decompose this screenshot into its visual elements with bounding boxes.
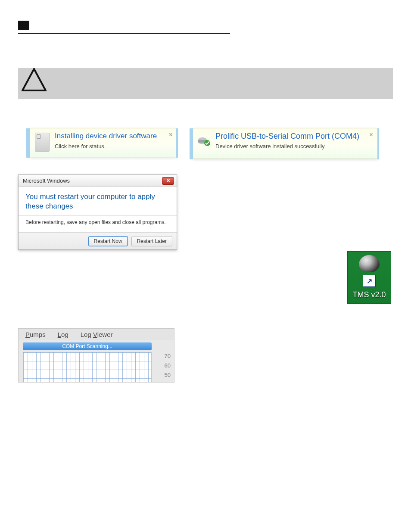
menu-item-pumps[interactable]: Pumps xyxy=(25,331,46,338)
dialog-button-bar: Restart Now Restart Later xyxy=(19,232,177,249)
tms-app-window: Pumps Log Log Viewer COM Port Scanning..… xyxy=(18,328,174,383)
menu-item-log-rest: og xyxy=(61,331,68,338)
caution-triangle-icon xyxy=(22,68,47,91)
dialog-note: Before restarting, save any open files a… xyxy=(25,219,170,225)
notification-subtitle: Click here for status. xyxy=(55,143,106,149)
notification-accent-left xyxy=(26,128,30,158)
ytick-50: 50 xyxy=(165,372,171,378)
dialog-close-button[interactable]: ✕ xyxy=(162,177,174,185)
close-icon[interactable]: × xyxy=(169,131,173,139)
menu-item-logviewer[interactable]: Log Viewer xyxy=(81,331,113,338)
restart-later-button[interactable]: Restart Later xyxy=(131,236,172,246)
desktop-shortcut-tms[interactable]: TMS v2.0 xyxy=(347,251,391,304)
ytick-70: 70 xyxy=(165,353,171,359)
ytick-60: 60 xyxy=(165,362,171,369)
menu-item-logviewer-pre: Log xyxy=(81,331,93,338)
com-scan-status: COM Port Scanning... xyxy=(23,342,152,350)
menu-item-logviewer-rest: iewer xyxy=(97,331,113,338)
page-marker-square xyxy=(18,21,29,30)
dialog-titlebar[interactable]: Microsoft Windows ✕ xyxy=(19,175,177,187)
restart-dialog: Microsoft Windows ✕ You must restart you… xyxy=(18,174,177,250)
notification-accent-right xyxy=(377,128,379,159)
tms-chart-panel: COM Port Scanning... 70 60 50 40 xyxy=(19,340,174,383)
notification-subtitle: Device driver software installed success… xyxy=(215,143,326,149)
notification-install-driver[interactable]: Installing device driver software Click … xyxy=(29,128,177,157)
notification-accent-right xyxy=(176,128,178,158)
tms-menubar: Pumps Log Log Viewer xyxy=(19,329,174,340)
notification-title: Prolific USB-to-Serial Comm Port (COM4) xyxy=(215,132,359,141)
success-device-icon xyxy=(196,134,212,146)
dialog-window-title: Microsoft Windows xyxy=(21,177,70,184)
chart-grid xyxy=(23,352,152,383)
notification-driver-installed[interactable]: Prolific USB-to-Serial Comm Port (COM4) … xyxy=(193,128,378,159)
dialog-separator xyxy=(19,215,177,216)
page-header-rule xyxy=(18,33,230,34)
close-icon[interactable]: × xyxy=(369,131,373,139)
device-icon xyxy=(35,133,50,152)
shortcut-overlay-icon xyxy=(363,275,376,287)
svg-point-2 xyxy=(204,140,210,146)
menu-item-log[interactable]: Log xyxy=(58,331,68,338)
notification-title: Installing device driver software xyxy=(55,132,157,140)
caution-band xyxy=(18,68,393,99)
pump-icon xyxy=(359,255,380,272)
restart-now-button[interactable]: Restart Now xyxy=(88,236,128,246)
ytick-40: 40 xyxy=(165,381,171,383)
desktop-shortcut-label: TMS v2.0 xyxy=(352,290,386,299)
notification-accent-left xyxy=(190,128,193,159)
menu-item-pumps-rest: umps xyxy=(30,331,46,338)
dialog-heading: You must restart your computer to apply … xyxy=(25,192,170,211)
